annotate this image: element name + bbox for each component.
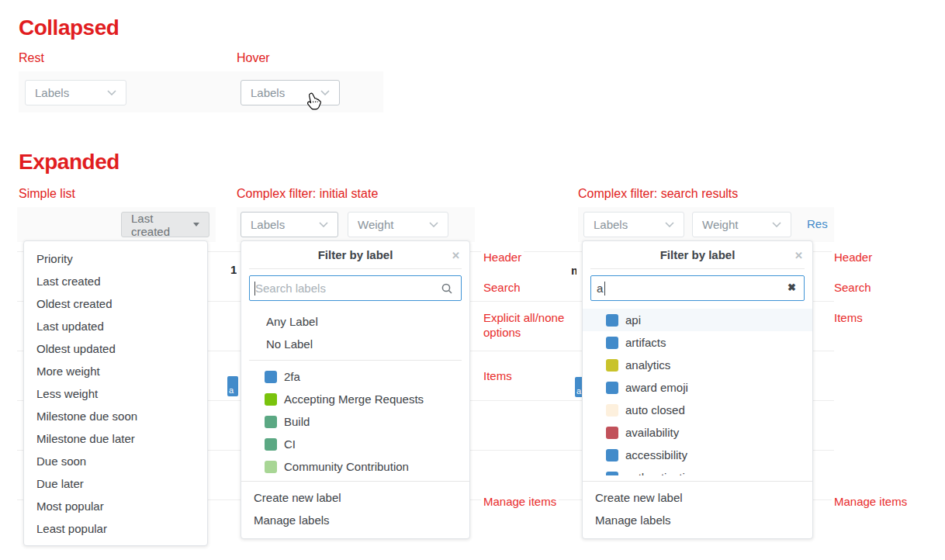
- label-item[interactable]: availability: [583, 421, 812, 444]
- footer-action[interactable]: Create new label: [241, 486, 469, 509]
- sort-dropdown-button[interactable]: Last created: [121, 212, 209, 237]
- label-name: CI: [284, 437, 296, 451]
- chevron-down-icon: [319, 222, 328, 227]
- label-item[interactable]: Accepting Merge Requests: [241, 388, 469, 410]
- annotation-items: Items: [481, 368, 514, 383]
- label-item[interactable]: Community Contribution: [241, 455, 469, 478]
- label-items-list: 2faAccepting Merge RequestsBuildCICommun…: [241, 365, 469, 478]
- state-label-rest: Rest: [19, 51, 44, 65]
- clipped-background-text: m: [571, 264, 576, 275]
- labels-dropdown-rest[interactable]: Labels: [25, 80, 126, 105]
- filter-by-label-panel-results: Filter by label ✕ ✖ apiartifactsanalytic…: [582, 240, 813, 539]
- label-item[interactable]: api: [583, 309, 812, 331]
- label-item[interactable]: artifacts: [583, 331, 812, 354]
- close-icon[interactable]: ✕: [794, 249, 803, 261]
- labels-dropdown-label: Labels: [251, 86, 285, 99]
- annotation-search: Search: [832, 280, 874, 295]
- clipped-background-text: 1: [230, 263, 237, 274]
- footer-action[interactable]: Manage labels: [583, 509, 812, 531]
- sort-option[interactable]: Last updated: [24, 315, 207, 337]
- labels-dropdown-label: Labels: [35, 86, 69, 99]
- section-title-expanded: Expanded: [19, 150, 119, 175]
- sort-option[interactable]: Due later: [24, 472, 207, 495]
- sort-option[interactable]: More weight: [24, 360, 207, 382]
- label-name: api: [625, 313, 641, 327]
- label-name: analytics: [625, 358, 670, 372]
- label-color-chip: [265, 461, 277, 473]
- label-item[interactable]: analytics: [583, 354, 812, 376]
- label-color-chip: [606, 314, 618, 327]
- label-items-list: apiartifactsanalyticsaward emojiauto clo…: [583, 306, 812, 475]
- close-icon[interactable]: ✕: [452, 249, 460, 261]
- sort-option[interactable]: Less weight: [24, 382, 207, 405]
- weight-filter-button-results[interactable]: Weight: [692, 212, 791, 237]
- sort-option[interactable]: Due soon: [24, 450, 207, 472]
- list-divider: [249, 360, 462, 361]
- label-name: Community Contribution: [284, 460, 409, 473]
- chevron-down-icon: [772, 222, 781, 227]
- clipped-background-label-chip: a: [227, 376, 238, 396]
- label-color-chip: [265, 438, 277, 451]
- column-label-search-results: Complex filter: search results: [578, 187, 738, 201]
- panel-header: Filter by label ✕: [590, 241, 805, 269]
- label-color-chip: [265, 371, 277, 383]
- sort-option[interactable]: Oldest created: [24, 292, 207, 315]
- label-color-chip: [606, 472, 618, 476]
- label-color-chip: [606, 359, 618, 372]
- state-label-hover: Hover: [237, 51, 270, 65]
- label-name: 2fa: [284, 370, 300, 383]
- sort-dropdown-panel: PriorityLast createdOldest createdLast u…: [23, 240, 208, 546]
- all-none-options: Any LabelNo Label: [241, 306, 469, 355]
- sort-option[interactable]: Priority: [24, 247, 207, 270]
- clear-search-icon[interactable]: ✖: [788, 282, 796, 293]
- sort-option[interactable]: Least popular: [24, 517, 207, 540]
- label-color-chip: [606, 449, 618, 461]
- weight-filter-button-initial[interactable]: Weight: [348, 212, 448, 237]
- label-item[interactable]: CI: [241, 433, 469, 455]
- weight-filter-label: Weight: [702, 218, 738, 231]
- label-item[interactable]: accessibility: [583, 444, 812, 466]
- labels-filter-button-results[interactable]: Labels: [583, 212, 684, 237]
- sort-option[interactable]: Last created: [24, 270, 207, 292]
- panel-header: Filter by label ✕: [249, 241, 462, 269]
- annotation-items: Items: [832, 310, 865, 325]
- label-name: award emoji: [625, 381, 688, 394]
- column-label-simple-list: Simple list: [19, 187, 75, 201]
- sort-option[interactable]: Milestone due later: [24, 427, 207, 450]
- text-caret: [254, 282, 255, 296]
- label-color-chip: [606, 404, 618, 417]
- labels-filter-label: Labels: [251, 218, 285, 231]
- annotation-header: Header: [481, 250, 524, 264]
- label-item[interactable]: award emoji: [583, 376, 812, 399]
- label-item[interactable]: 2fa: [241, 365, 469, 388]
- sort-option[interactable]: Oldest updated: [24, 337, 207, 360]
- all-none-option[interactable]: Any Label: [241, 310, 469, 333]
- sort-option[interactable]: Milestone due soon: [24, 405, 207, 427]
- footer-action[interactable]: Manage labels: [241, 509, 469, 531]
- annotation-header: Header: [832, 250, 874, 264]
- labels-dropdown-hover[interactable]: Labels: [241, 80, 340, 105]
- label-item[interactable]: auto closed: [583, 399, 812, 421]
- all-none-option[interactable]: No Label: [241, 333, 469, 355]
- label-name: accessibility: [625, 448, 687, 461]
- reset-link[interactable]: Res: [807, 217, 828, 230]
- label-search-input[interactable]: ✖: [590, 275, 805, 301]
- sort-dropdown-label: Last created: [131, 212, 186, 238]
- annotation-all-none: Explicit all/none options: [481, 310, 576, 340]
- label-color-chip: [606, 337, 618, 349]
- sort-option[interactable]: Most popular: [24, 495, 207, 517]
- label-item[interactable]: authentication: [583, 466, 812, 475]
- label-color-chip: [606, 382, 618, 394]
- column-label-initial-state: Complex filter: initial state: [237, 187, 378, 201]
- search-icon: [441, 282, 453, 298]
- label-search-input[interactable]: [249, 275, 462, 301]
- label-color-chip: [265, 416, 277, 428]
- label-item[interactable]: Build: [241, 410, 469, 433]
- panel-footer: Create new labelManage labels: [583, 481, 812, 538]
- label-name: availability: [625, 426, 679, 439]
- label-search-field[interactable]: [597, 282, 777, 295]
- label-name: artifacts: [625, 336, 666, 349]
- footer-action[interactable]: Create new label: [583, 486, 812, 509]
- labels-filter-button-initial[interactable]: Labels: [241, 212, 338, 237]
- label-search-field[interactable]: [255, 282, 434, 295]
